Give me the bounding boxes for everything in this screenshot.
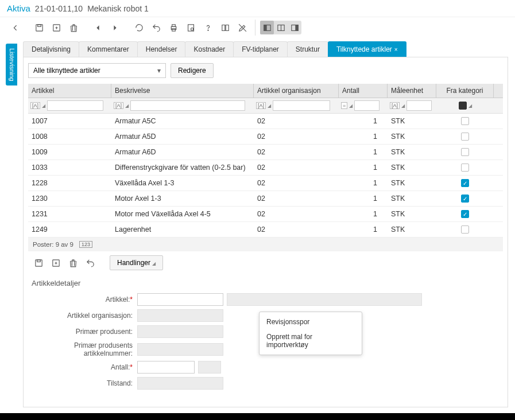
produsent-field <box>137 325 223 338</box>
content-area: Detaljvisning Kommentarer Hendelser Kost… <box>23 41 508 407</box>
filter-type-icon[interactable]: [A] <box>390 102 400 109</box>
back-button[interactable] <box>7 20 23 36</box>
tab-tilknyttede-artikler[interactable]: Tilknyttede artikler× <box>328 41 406 57</box>
preview-button[interactable] <box>183 20 199 36</box>
cell-kat-checkbox[interactable] <box>461 148 469 156</box>
tab-kommentarer[interactable]: Kommentarer <box>79 41 138 57</box>
cell-kat-checkbox[interactable] <box>461 195 469 203</box>
filter-type-icon[interactable]: [A] <box>256 102 266 109</box>
tab-kostnader[interactable]: Kostnader <box>185 41 234 57</box>
edit-filter-button[interactable]: Redigere <box>171 63 214 78</box>
filter-antall-input[interactable] <box>354 100 380 111</box>
cell-antall: 1 <box>339 164 388 172</box>
table-row[interactable]: 1228Växellåda Axel 1-3021STK <box>28 176 503 191</box>
cell-beskrivelse: Motor Axel 1-3 <box>111 195 254 203</box>
save-button[interactable] <box>31 20 47 36</box>
cell-maalenhet: STK <box>388 179 436 187</box>
menu-opprett-mal[interactable]: Opprett mal for importverktøy <box>260 329 362 352</box>
svg-rect-15 <box>35 259 41 266</box>
cell-kat-checkbox[interactable] <box>461 210 469 218</box>
table-row[interactable]: 1249Lagerenhet021STK <box>28 222 503 238</box>
col-header-antall[interactable]: Antall <box>339 84 388 98</box>
articles-grid: Artikkel Beskrivelse Artikkel organisasj… <box>28 84 503 401</box>
cell-kat-checkbox[interactable] <box>461 164 469 172</box>
table-row[interactable]: 1009Armatur A6D021STK <box>28 145 503 160</box>
col-header-beskrivelse[interactable]: Beskrivelse <box>111 84 254 98</box>
filter-type-icon[interactable]: [A] <box>114 102 123 109</box>
refresh-button[interactable] <box>131 20 147 36</box>
table-row[interactable]: 1008Armatur A5D021STK <box>28 129 503 145</box>
tab-detaljvisning[interactable]: Detaljvisning <box>23 41 79 57</box>
details-title: Artikkeldetaljer <box>28 274 503 291</box>
panel-toggle-group <box>260 21 301 34</box>
chevron-down-icon: ◢ <box>152 261 156 266</box>
cell-kat-checkbox[interactable] <box>461 117 469 125</box>
new-button[interactable] <box>48 20 64 36</box>
side-tab-listevisning[interactable]: Listevisning <box>6 44 17 85</box>
filter-beskrivelse-input[interactable] <box>130 100 245 111</box>
tab-body: Alle tilknyttede artikler Redigere Artik… <box>23 57 508 407</box>
cell-kat-checkbox[interactable] <box>461 179 469 187</box>
print-button[interactable] <box>165 20 181 36</box>
svg-rect-1 <box>37 24 41 26</box>
grid-filter-row: [A]◢ [A]◢ [A]◢ =◢ [A]◢ ◢ <box>28 98 503 114</box>
filter-org-input[interactable] <box>273 100 330 111</box>
prev-button[interactable] <box>90 20 106 36</box>
col-header-org[interactable]: Artikkel organisasjon <box>254 84 339 98</box>
record-description: Mekanisk robot 1 <box>87 4 149 13</box>
help-button[interactable] <box>200 20 216 36</box>
antall-field[interactable] <box>137 361 195 374</box>
undo-row-button[interactable] <box>82 255 98 271</box>
close-icon[interactable]: × <box>394 46 398 53</box>
table-row[interactable]: 1231Motor med Växellåda Axel 4-5021STK <box>28 207 503 222</box>
svg-rect-4 <box>172 24 175 26</box>
delete-row-button[interactable] <box>65 255 81 271</box>
filter-type-icon[interactable]: [A] <box>30 102 40 109</box>
tab-hendelser[interactable]: Hendelser <box>137 41 186 57</box>
undo-button[interactable] <box>148 20 164 36</box>
next-button[interactable] <box>107 20 123 36</box>
filter-select[interactable]: Alle tilknyttede artikler <box>28 63 166 78</box>
cell-beskrivelse: Växellåda Axel 1-3 <box>111 179 254 187</box>
table-row[interactable]: 1033Differenstryckgivare för vatten (0-2… <box>28 160 503 176</box>
tab-fv-tidplaner[interactable]: FV-tidplaner <box>233 41 288 57</box>
cell-maalenhet: STK <box>388 195 436 203</box>
panel-left-button[interactable] <box>260 21 274 34</box>
table-row[interactable]: 1230Motor Axel 1-3021STK <box>28 191 503 207</box>
cell-beskrivelse: Armatur A5D <box>111 133 254 141</box>
delete-button[interactable] <box>65 20 82 36</box>
article-details: Artikkel:* Artikkel organisasjon: Primær… <box>28 291 503 401</box>
svg-rect-14 <box>295 25 297 30</box>
filter-maalenhet-input[interactable] <box>406 100 432 111</box>
col-header-artikkel[interactable]: Artikkel <box>28 84 111 98</box>
panel-center-button[interactable] <box>274 21 288 34</box>
grid-body: 1007Armatur A5C021STK1008Armatur A5D021S… <box>28 114 503 238</box>
cell-kat-checkbox[interactable] <box>461 133 469 141</box>
col-header-fra-kategori[interactable]: Fra kategori <box>436 84 494 98</box>
edit-toggle-button[interactable] <box>234 20 250 36</box>
actions-button[interactable]: Handlinger ◢ <box>110 255 163 270</box>
cell-antall: 1 <box>339 210 388 218</box>
artikkel-field[interactable] <box>137 293 223 306</box>
grid-header: Artikkel Beskrivelse Artikkel organisasj… <box>28 84 503 98</box>
cell-kat-checkbox[interactable] <box>461 225 469 234</box>
table-row[interactable]: 1007Armatur A5C021STK <box>28 114 503 129</box>
book-button[interactable] <box>217 20 233 36</box>
panel-right-button[interactable] <box>288 21 301 34</box>
badge-123[interactable]: 123 <box>79 241 92 248</box>
menu-revisjonsspor[interactable]: Revisjonsspor <box>260 314 362 329</box>
cell-artikkel: 1230 <box>28 195 111 203</box>
col-header-maalenhet[interactable]: Måleenhet <box>388 84 436 98</box>
cell-artikkel: 1231 <box>28 210 111 218</box>
grid-footer: Poster: 9 av 9 123 <box>28 238 503 251</box>
cell-org: 02 <box>254 117 339 125</box>
new-row-button[interactable] <box>48 255 64 271</box>
save-row-button[interactable] <box>30 255 47 271</box>
cell-antall: 1 <box>339 225 388 234</box>
produsent-nr-field <box>137 343 223 356</box>
filter-type-icon[interactable]: = <box>341 102 347 109</box>
filter-artikkel-input[interactable] <box>47 100 103 111</box>
filter-kat-checkbox[interactable] <box>459 102 467 110</box>
cell-artikkel: 1033 <box>28 164 111 172</box>
tab-struktur[interactable]: Struktur <box>287 41 328 57</box>
